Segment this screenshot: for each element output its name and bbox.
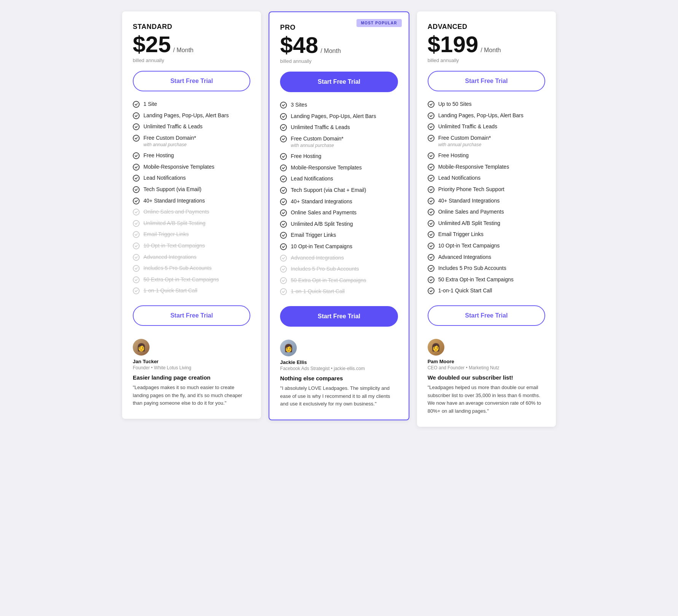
feature-text: 1-on-1 Quick Start Call	[291, 288, 345, 295]
feature-text: Landing Pages, Pop-Ups, Alert Bars	[143, 112, 229, 120]
plan-period-advanced: / Month	[481, 47, 501, 54]
feature-text: Free Hosting	[143, 152, 174, 160]
trial-btn-top-standard[interactable]: Start Free Trial	[133, 71, 250, 91]
feature-text: Free Hosting	[438, 152, 469, 160]
check-icon	[133, 135, 140, 142]
check-icon	[133, 164, 140, 171]
feature-item: Free Custom Domain* with annual purchase	[428, 134, 545, 148]
feature-text: Unlimited Traffic & Leads	[291, 124, 350, 131]
check-icon	[133, 123, 140, 130]
feature-item: Tech Support (via Chat + Email)	[280, 187, 398, 194]
check-icon	[428, 287, 434, 294]
testimonial-pro: 👩 Jackie Ellis Facebook Ads Strategist •…	[280, 340, 398, 408]
plan-price-advanced: $199	[428, 33, 478, 56]
check-icon	[133, 112, 140, 119]
feature-item: Mobile-Responsive Templates	[133, 163, 250, 171]
feature-item: Online Sales and Payments	[280, 209, 398, 217]
pricing-grid: STANDARD $25 / Month billed annuallyStar…	[122, 11, 556, 427]
feature-text: 10 Opt-in Text Campaigns	[143, 242, 205, 250]
testimonial-name-pro: Jackie Ellis	[280, 359, 398, 365]
check-icon	[133, 276, 140, 283]
feature-item: Email Trigger Links	[280, 231, 398, 239]
feature-text: Unlimited A/B Split Testing	[291, 220, 353, 228]
feature-item: Online Sales and Payments	[428, 208, 545, 216]
feature-text: Mobile-Responsive Templates	[438, 163, 509, 171]
feature-text: Lead Notifications	[143, 174, 186, 182]
check-icon	[133, 220, 140, 227]
check-icon	[133, 287, 140, 294]
feature-item: Free Hosting	[428, 152, 545, 160]
check-icon	[280, 232, 287, 239]
check-icon	[428, 220, 434, 227]
feature-item: Advanced Integrations	[280, 254, 398, 262]
feature-text: 1 Site	[143, 101, 157, 108]
check-icon	[280, 277, 287, 284]
feature-item: Includes 5 Pro Sub Accounts	[280, 265, 398, 273]
feature-item: Mobile-Responsive Templates	[428, 163, 545, 171]
testimonial-role-advanced: CEO and Founder • Marketing Nutz	[428, 365, 545, 370]
check-icon	[133, 175, 140, 182]
check-icon	[133, 254, 140, 261]
feature-item: Priority Phone Tech Support	[428, 186, 545, 193]
check-icon	[280, 198, 287, 205]
feature-text: Unlimited Traffic & Leads	[143, 123, 202, 131]
plan-billing-advanced: billed annually	[428, 57, 545, 63]
check-icon	[280, 153, 287, 160]
trial-btn-top-advanced[interactable]: Start Free Trial	[428, 71, 545, 91]
features-list-pro: 3 Sites Landing Pages, Pop-Ups, Alert Ba…	[280, 101, 398, 295]
feature-item: 1-on-1 Quick Start Call	[428, 287, 545, 295]
feature-item: 1-on-1 Quick Start Call	[133, 287, 250, 295]
check-icon	[280, 266, 287, 273]
feature-text: 50 Extra Opt-in Text Campaigns	[438, 276, 514, 284]
testimonial-name-standard: Jan Tucker	[133, 359, 250, 364]
feature-item: Advanced Integrations	[133, 254, 250, 261]
feature-item: Landing Pages, Pop-Ups, Alert Bars	[428, 112, 545, 120]
feature-sub: with annual purchase	[291, 142, 344, 149]
trial-btn-bottom-pro[interactable]: Start Free Trial	[280, 306, 398, 327]
feature-item: 10 Opt-in Text Campaigns	[280, 243, 398, 251]
check-icon	[280, 255, 287, 262]
feature-text: Tech Support (via Email)	[143, 186, 202, 193]
feature-text: Advanced Integrations	[291, 254, 344, 262]
trial-btn-bottom-advanced[interactable]: Start Free Trial	[428, 305, 545, 326]
plan-price-row-standard: $25 / Month	[133, 33, 250, 56]
check-icon	[280, 113, 287, 120]
feature-item: Tech Support (via Email)	[133, 186, 250, 193]
feature-text: 50 Extra Opt-in Text Campaigns	[143, 276, 219, 284]
feature-item: 1-on-1 Quick Start Call	[280, 288, 398, 295]
check-icon	[280, 221, 287, 228]
check-icon	[428, 276, 434, 283]
plan-price-standard: $25	[133, 33, 171, 56]
plan-billing-pro: billed annually	[280, 58, 398, 64]
feature-item: Online Sales and Payments	[133, 208, 250, 216]
plan-name-standard: STANDARD	[133, 23, 250, 31]
feature-item: 40+ Standard Integrations	[428, 197, 545, 205]
check-icon	[280, 176, 287, 182]
feature-item: 10 Opt-in Text Campaigns	[428, 242, 545, 250]
trial-btn-top-pro[interactable]: Start Free Trial	[280, 72, 398, 92]
feature-text: Email Trigger Links	[438, 231, 484, 238]
plan-name-advanced: ADVANCED	[428, 23, 545, 31]
feature-text: Up to 50 Sites	[438, 101, 472, 108]
check-icon	[428, 254, 434, 261]
check-icon	[280, 288, 287, 295]
trial-btn-bottom-standard[interactable]: Start Free Trial	[133, 305, 250, 326]
check-icon	[280, 136, 287, 142]
feature-text: Priority Phone Tech Support	[438, 186, 505, 193]
feature-item: Lead Notifications	[280, 175, 398, 183]
check-icon	[428, 101, 434, 108]
feature-text: Includes 5 Pro Sub Accounts	[291, 265, 359, 273]
check-icon	[280, 124, 287, 131]
feature-text: Free Hosting	[291, 153, 321, 160]
feature-item: 50 Extra Opt-in Text Campaigns	[428, 276, 545, 284]
feature-item: Unlimited A/B Split Testing	[428, 220, 545, 227]
feature-sub: with annual purchase	[143, 142, 196, 148]
check-icon	[428, 152, 434, 159]
plan-price-pro: $48	[280, 34, 318, 57]
check-icon	[133, 231, 140, 238]
check-icon	[280, 187, 287, 194]
testimonial-quote-pro: "I absolutely LOVE Leadpages. The simpli…	[280, 385, 398, 408]
feature-text: Online Sales and Payments	[438, 208, 504, 216]
feature-item: Lead Notifications	[133, 174, 250, 182]
feature-item: Includes 5 Pro Sub Accounts	[133, 265, 250, 272]
